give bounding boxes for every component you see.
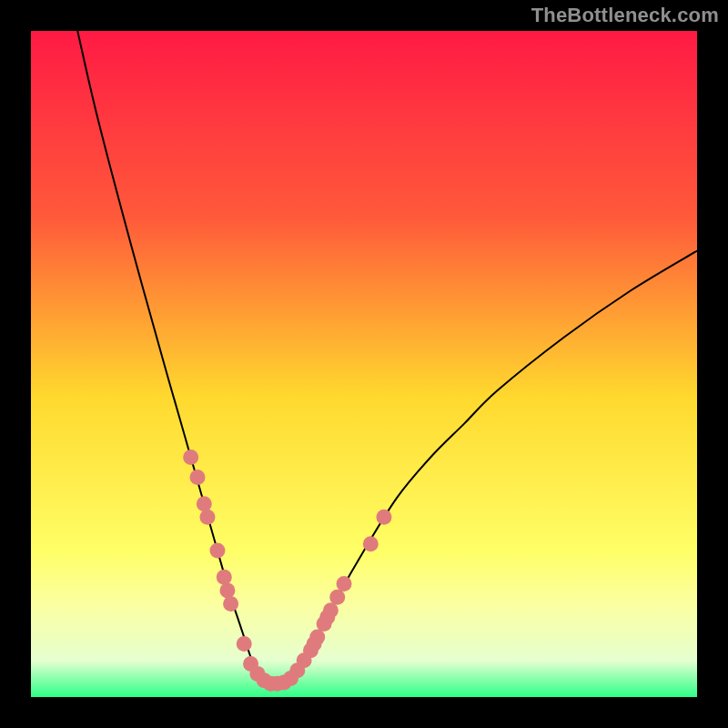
data-marker	[183, 450, 198, 465]
data-marker	[197, 496, 212, 511]
data-marker	[199, 510, 215, 525]
chart-svg	[31, 31, 697, 697]
chart-frame: TheBottleneck.com	[0, 0, 728, 728]
data-marker	[337, 576, 352, 592]
data-marker	[190, 470, 206, 485]
data-marker	[329, 590, 345, 605]
data-marker	[237, 636, 252, 652]
data-marker	[323, 602, 339, 618]
data-marker	[219, 582, 235, 598]
gradient-background	[31, 31, 697, 697]
data-marker	[209, 542, 225, 558]
data-marker	[376, 510, 391, 525]
data-marker	[223, 596, 238, 612]
watermark-text: TheBottleneck.com	[531, 4, 719, 27]
data-marker	[363, 536, 379, 551]
plot-area	[31, 31, 697, 697]
data-marker	[217, 570, 232, 585]
data-marker	[309, 630, 325, 645]
